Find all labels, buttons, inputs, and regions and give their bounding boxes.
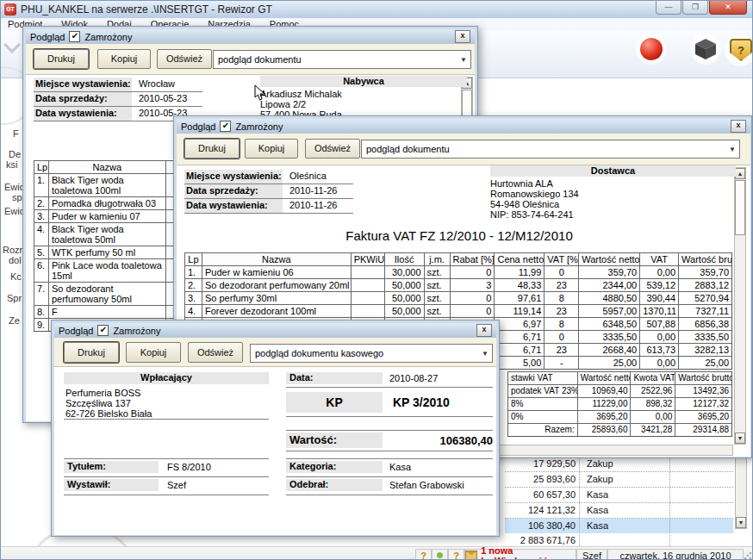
table-cell: Puder w kamieniu 06 <box>202 265 351 278</box>
ins-message-cell[interactable]: 1 nowa InsWiadomość <box>464 549 576 560</box>
frozen-checkbox[interactable]: ✔ <box>220 121 231 132</box>
close-button[interactable]: ✕ <box>709 1 747 15</box>
empty-cell <box>670 519 733 533</box>
frozen-checkbox[interactable]: ✔ <box>69 31 80 42</box>
copy-button[interactable]: Kopiuj <box>97 49 151 69</box>
supplier-header: Dostawca <box>490 165 736 177</box>
print-button[interactable]: Drukuj <box>64 342 119 363</box>
column-header: stawki VAT <box>507 371 577 384</box>
table-cell: 2522,96 <box>630 384 675 397</box>
table-cell: szt. <box>424 304 450 317</box>
preview-type-combobox[interactable]: podgląd dokumentu ▼ <box>361 140 740 159</box>
background-list-row[interactable]: 60 657,30Kasa <box>505 488 733 503</box>
vat-summary-table: stawki VATWartość nettoKwota VATWartość … <box>507 371 732 437</box>
field-label: Miejsce wystawienia: <box>34 78 132 91</box>
table-cell: So dezodorant perfumowany 50ml <box>48 282 165 305</box>
frozen-label: Zamrożony <box>84 32 132 42</box>
minimize-button[interactable]: — <box>656 1 681 15</box>
background-list-row[interactable]: 124 121,32Kasa <box>505 503 733 519</box>
title-value: FS 8/2010 <box>167 462 211 472</box>
column-header: Wartość brutto <box>678 252 731 265</box>
sidebar-item-fragment[interactable]: Spr <box>7 293 22 303</box>
table-cell: 25,00 <box>578 356 639 369</box>
dialog-titlebar[interactable]: Podgląd ✔ Zamrożony x <box>26 29 475 44</box>
table-cell: Black Tiger woda toaletowa 100ml <box>48 173 165 196</box>
preview-type-combobox[interactable]: podgląd dokumentu kasowego ▼ <box>250 344 493 363</box>
sidebar-item-fragment[interactable]: dol <box>9 255 22 265</box>
print-button[interactable]: Drukuj <box>34 49 89 69</box>
window-titlebar: GT PHU_KANKEL na serwerze .\INSERTGT - R… <box>1 1 753 18</box>
copy-button[interactable]: Kopiuj <box>245 139 298 159</box>
category-label: Kategoria: <box>286 461 383 473</box>
sidebar-item-fragment[interactable]: Kc <box>10 271 22 282</box>
refresh-button[interactable]: Odśwież <box>188 342 243 363</box>
table-cell: 8% <box>507 397 577 410</box>
sidebar-item-fragment[interactable]: De <box>9 149 21 159</box>
help-question-icon[interactable]: ? <box>448 549 464 560</box>
table-cell: 7. <box>34 282 48 305</box>
field-label: Data wystawienia: <box>34 107 132 121</box>
empty-cell <box>670 457 733 471</box>
table-cell: 29314,88 <box>675 423 731 436</box>
table-cell: 25893,60 <box>577 423 631 436</box>
refresh-button[interactable]: Odśwież <box>157 49 212 69</box>
payer-header: Wpłacający <box>64 372 269 384</box>
chevron-down-icon: ▼ <box>482 350 489 358</box>
sidebar-item-fragment[interactable]: Rozr <box>3 245 22 255</box>
background-list-row[interactable]: 25 893,60Zakup <box>505 472 733 488</box>
dialog-title: Podgląd <box>30 32 65 42</box>
sidebar-item-fragment[interactable]: sp <box>12 192 22 202</box>
frozen-checkbox[interactable]: ✔ <box>97 325 109 336</box>
close-icon[interactable]: x <box>731 120 746 133</box>
column-header: Kwota VAT <box>630 371 675 384</box>
date-label: Data: <box>286 372 383 384</box>
table-cell: 898,32 <box>630 397 675 410</box>
copy-button[interactable]: Kopiuj <box>126 342 181 363</box>
value-amount: 106380,40 <box>388 434 493 447</box>
combobox-value: podgląd dokumentu kasowego <box>255 348 383 358</box>
table-cell: 50,000 <box>384 278 424 291</box>
title-label: Tytułem: <box>64 461 159 473</box>
scroll-up-icon[interactable]: ▲ <box>735 168 745 179</box>
sidebar-item-fragment[interactable]: ksi <box>6 159 17 170</box>
scroll-down-icon[interactable]: ▼ <box>735 432 745 444</box>
maximize-button[interactable]: ❐ <box>682 1 708 15</box>
table-cell: 390,44 <box>639 291 678 304</box>
column-header: Ilość <box>384 252 424 265</box>
kp-number: KP 3/2010 <box>393 395 450 409</box>
table-cell: 5,00 <box>494 356 544 369</box>
dialog-titlebar[interactable]: Podgląd ✔ Zamrożony x <box>54 323 496 338</box>
divider <box>286 451 493 451</box>
background-list-scrollbar[interactable]: ▼ <box>735 457 747 529</box>
table-cell: 6,71 <box>494 330 544 343</box>
cube-icon[interactable] <box>694 37 718 60</box>
red-sphere-icon[interactable] <box>640 38 663 60</box>
table-cell: 6856,38 <box>678 317 731 330</box>
sidebar-item-fragment[interactable]: F <box>13 128 19 139</box>
field-value: Wrocław <box>132 78 175 91</box>
payer-line: Perfumeria BOSS <box>65 388 140 398</box>
resize-grip[interactable] <box>744 551 752 560</box>
field-label: Data sprzedaży: <box>184 184 283 198</box>
close-icon[interactable]: x <box>455 30 470 43</box>
background-list-row[interactable]: 106 380,40Kasa <box>505 519 733 533</box>
field-value: 2010-05-23 <box>132 92 187 106</box>
table-row: 4.Forever dezodorant 100ml50,000szt.0119… <box>184 304 731 317</box>
help-question-icon[interactable]: ? <box>415 549 432 560</box>
app-icon: GT <box>4 3 16 16</box>
print-button[interactable]: Drukuj <box>184 139 240 159</box>
preview-type-combobox[interactable]: podgląd dokumentu ▼ <box>213 50 471 69</box>
close-icon[interactable]: x <box>476 324 492 337</box>
table-cell: WTK perfumy 50 ml <box>48 246 165 258</box>
frozen-label: Zamrożony <box>235 121 283 132</box>
sidebar-item-fragment[interactable]: Ze <box>9 315 20 326</box>
background-list-row[interactable]: 17 929,50Zakup <box>505 457 733 472</box>
dialog-titlebar[interactable]: Podgląd ✔ Zamrożony x <box>177 119 750 134</box>
combobox-value: podgląd dokumentu <box>366 144 450 154</box>
table-cell: Pomadka długotrwała 03 <box>48 196 165 209</box>
scroll-down-icon[interactable]: ▼ <box>736 517 746 528</box>
preview-scrollbar[interactable]: ▲ ▼ <box>734 167 746 445</box>
refresh-button[interactable]: Odśwież <box>305 139 360 159</box>
scrollbar-thumb[interactable] <box>735 180 745 235</box>
table-cell: 6,71 <box>494 343 544 356</box>
